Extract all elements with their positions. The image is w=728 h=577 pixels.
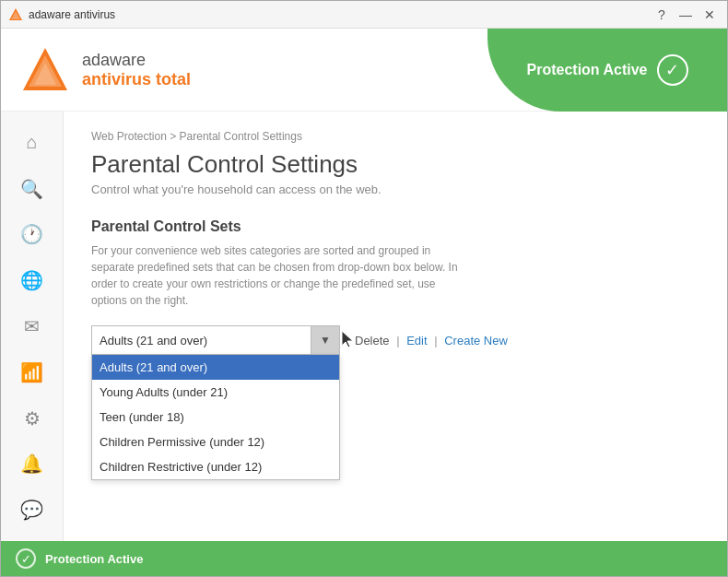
dropdown-list: Adults (21 and over) Young Adults (under… xyxy=(91,355,340,480)
sidebar-item-settings[interactable]: ⚙ xyxy=(9,396,55,441)
close-button[interactable]: ✕ xyxy=(699,5,720,25)
footer-status-text: Protection Active xyxy=(45,552,143,566)
protection-check-icon: ✓ xyxy=(657,54,688,86)
separator-1: | xyxy=(396,334,403,347)
sidebar-item-alerts[interactable]: 🔔 xyxy=(9,442,55,486)
scan-icon: 🔍 xyxy=(20,178,43,200)
page-subtitle: Control what you're household can access… xyxy=(91,183,699,196)
page-title: Parental Control Settings xyxy=(91,150,699,179)
sidebar-item-support[interactable]: 💬 xyxy=(9,488,55,532)
dropdown-option-teen[interactable]: Teen (under 18) xyxy=(92,405,339,430)
globe-icon: 🌐 xyxy=(20,269,43,291)
sidebar: ⌂ 🔍 🕐 🌐 ✉ 📶 ⚙ xyxy=(1,112,64,541)
title-bar-icon xyxy=(8,7,23,22)
chat-icon: 💬 xyxy=(20,499,43,521)
dropdown-option-young-adults[interactable]: Young Adults (under 21) xyxy=(92,380,339,405)
sidebar-item-scan[interactable]: 🔍 xyxy=(9,167,55,211)
title-bar-text: adaware antivirus xyxy=(29,8,652,21)
sidebar-item-home[interactable]: ⌂ xyxy=(9,121,55,165)
title-bar: adaware antivirus ? — ✕ xyxy=(1,1,727,29)
edit-link[interactable]: Edit xyxy=(406,334,427,347)
network-icon: 📶 xyxy=(20,361,43,383)
logo-text: adaware antivirus total xyxy=(82,51,191,89)
section-title: Parental Control Sets xyxy=(91,218,699,235)
dropdown-actions: Delete | Edit | Create New xyxy=(355,334,508,347)
sidebar-item-web[interactable]: 🌐 xyxy=(9,258,55,302)
app-window: adaware antivirus ? — ✕ adaware antiviru… xyxy=(0,0,728,577)
dropdown-row: Adults (21 and over) ▼ Adults (21 and ov… xyxy=(91,325,699,355)
protection-badge: Protection Active ✓ xyxy=(487,29,727,112)
clock-icon: 🕐 xyxy=(20,223,43,245)
email-icon: ✉ xyxy=(24,315,40,337)
gear-icon: ⚙ xyxy=(24,407,41,430)
app-logo xyxy=(19,44,71,96)
app-body: adaware antivirus total Protection Activ… xyxy=(1,29,727,576)
help-button[interactable]: ? xyxy=(652,5,672,25)
dropdown-option-adults-21[interactable]: Adults (21 and over) xyxy=(92,355,339,380)
dropdown-wrapper: Adults (21 and over) ▼ Adults (21 and ov… xyxy=(91,325,340,355)
logo-subtitle: antivirus total xyxy=(82,70,191,89)
main-area: ⌂ 🔍 🕐 🌐 ✉ 📶 ⚙ xyxy=(1,112,727,541)
bell-icon: 🔔 xyxy=(20,453,43,475)
logo-name: adaware xyxy=(82,51,191,70)
create-new-link[interactable]: Create New xyxy=(444,334,508,347)
dropdown-container: Adults (21 and over) ▼ Adults (21 and ov… xyxy=(91,325,340,355)
footer-check-icon: ✓ xyxy=(16,548,36,569)
section-description: For your convenience web sites categorie… xyxy=(91,242,460,309)
separator-2: | xyxy=(434,334,440,347)
breadcrumb-separator: > xyxy=(170,130,176,143)
dropdown-option-children-restrictive[interactable]: Children Restrictive (under 12) xyxy=(92,454,339,479)
dropdown-option-children-permissive[interactable]: Children Permissive (under 12) xyxy=(92,430,339,454)
app-footer: ✓ Protection Active xyxy=(1,541,727,576)
breadcrumb: Web Protection > Parental Control Settin… xyxy=(91,130,699,143)
home-icon: ⌂ xyxy=(26,132,37,153)
delete-link[interactable]: Delete xyxy=(355,334,390,347)
dropdown-selected[interactable]: Adults (21 and over) xyxy=(91,325,340,355)
breadcrumb-parent[interactable]: Web Protection xyxy=(91,130,167,143)
minimize-button[interactable]: — xyxy=(675,5,696,25)
sidebar-item-network[interactable]: 📶 xyxy=(9,350,55,394)
content-area: Web Protection > Parental Control Settin… xyxy=(64,112,727,541)
protection-status-text: Protection Active xyxy=(527,62,648,78)
sidebar-item-history[interactable]: 🕐 xyxy=(9,213,55,257)
breadcrumb-current: Parental Control Settings xyxy=(180,130,302,143)
sidebar-item-email[interactable]: ✉ xyxy=(9,304,55,348)
logo-area: adaware antivirus total xyxy=(19,44,191,96)
app-header: adaware antivirus total Protection Activ… xyxy=(1,29,727,112)
title-bar-controls: ? — ✕ xyxy=(652,5,720,25)
